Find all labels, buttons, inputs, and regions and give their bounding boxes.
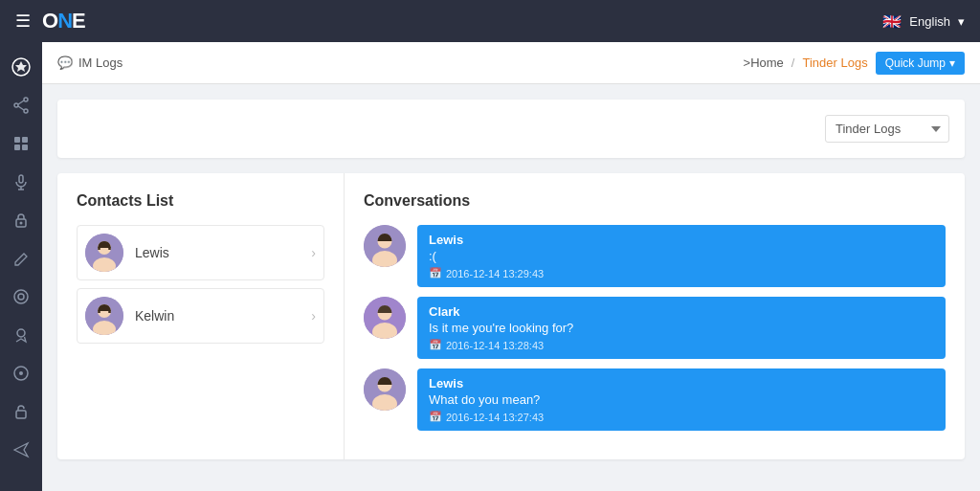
svg-point-15 xyxy=(20,222,23,225)
filter-panel: Tinder Logs Facebook Logs WhatsApp Logs xyxy=(57,100,965,158)
conversations-panel: Conversations Lewis xyxy=(345,173,965,459)
contact-name: Lewis xyxy=(135,245,311,260)
language-label: English xyxy=(909,14,950,29)
avatar xyxy=(85,234,123,272)
breadcrumb-right: >Home / Tinder Logs Quick Jump ▾ xyxy=(744,52,965,75)
quick-jump-label: Quick Jump xyxy=(885,56,946,70)
sidebar-item-unlock[interactable] xyxy=(4,394,38,429)
breadcrumb-separator: / xyxy=(791,56,795,70)
quick-jump-button[interactable]: Quick Jump ▾ xyxy=(876,52,965,75)
contact-item[interactable]: Lewis › xyxy=(77,225,324,280)
svg-line-5 xyxy=(18,100,24,104)
svg-rect-9 xyxy=(14,145,20,150)
calendar-icon: 📅 xyxy=(429,267,442,279)
avatar xyxy=(364,368,406,411)
conversation-item[interactable]: Clark Is it me you're looking for? 📅 201… xyxy=(364,297,946,359)
timestamp-text: 2016-12-14 13:27:43 xyxy=(446,412,544,423)
calendar-icon: 📅 xyxy=(429,339,442,351)
calendar-icon: 📅 xyxy=(429,411,442,423)
breadcrumb-home[interactable]: >Home xyxy=(744,56,784,70)
breadcrumb-bar: 💬 IM Logs >Home / Tinder Logs Quick Jump… xyxy=(42,42,980,84)
sidebar xyxy=(0,42,42,491)
contact-arrow-icon: › xyxy=(311,308,316,324)
conv-timestamp: 📅 2016-12-14 13:29:43 xyxy=(429,267,934,279)
language-selector[interactable]: 🇬🇧 English ▾ xyxy=(882,12,965,31)
contacts-panel: Contacts List Lewi xyxy=(57,173,345,459)
conv-message-text: Is it me you're looking for? xyxy=(429,321,934,335)
svg-point-18 xyxy=(17,329,25,337)
sidebar-item-share[interactable] xyxy=(4,88,38,123)
timestamp-text: 2016-12-14 13:29:43 xyxy=(446,268,544,279)
conv-message-text: What do you mean? xyxy=(429,392,934,407)
sidebar-item-grid[interactable] xyxy=(4,126,38,161)
log-type-select[interactable]: Tinder Logs Facebook Logs WhatsApp Logs xyxy=(825,115,949,143)
two-col-panel: Contacts List Lewi xyxy=(57,173,965,459)
page-content: Tinder Logs Facebook Logs WhatsApp Logs … xyxy=(42,84,980,491)
contact-item[interactable]: Kelwin › xyxy=(77,288,324,344)
svg-rect-11 xyxy=(19,175,23,183)
flag-icon: 🇬🇧 xyxy=(882,12,902,31)
svg-rect-25 xyxy=(98,248,100,250)
language-arrow-icon: ▾ xyxy=(958,14,965,29)
svg-line-6 xyxy=(18,106,24,110)
svg-rect-21 xyxy=(16,411,26,418)
sidebar-item-mic[interactable] xyxy=(4,165,38,199)
conv-message-text: :( xyxy=(429,249,934,263)
avatar xyxy=(364,225,406,267)
contacts-title: Contacts List xyxy=(77,192,324,210)
sidebar-item-lock[interactable] xyxy=(4,203,38,237)
svg-rect-10 xyxy=(22,145,28,150)
conv-timestamp: 📅 2016-12-14 13:28:43 xyxy=(429,339,934,351)
svg-point-3 xyxy=(24,109,28,113)
sidebar-item-soccer[interactable] xyxy=(4,50,38,84)
main-layout: 💬 IM Logs >Home / Tinder Logs Quick Jump… xyxy=(0,42,980,491)
page-icon: 💬 xyxy=(57,56,73,70)
conv-sender-name: Lewis xyxy=(429,233,934,247)
svg-point-20 xyxy=(19,371,23,375)
hamburger-icon[interactable]: ☰ xyxy=(15,11,31,32)
quick-jump-arrow-icon: ▾ xyxy=(949,56,955,70)
svg-rect-7 xyxy=(14,137,20,143)
sidebar-item-badge[interactable] xyxy=(4,318,38,352)
page-title: IM Logs xyxy=(78,56,122,70)
breadcrumb-current-page: Tinder Logs xyxy=(802,56,867,70)
conversation-bubble: Lewis What do you mean? 📅 2016-12-14 13:… xyxy=(417,368,946,431)
sidebar-item-settings[interactable] xyxy=(4,279,38,314)
top-nav: ☰ ONE 🇬🇧 English ▾ xyxy=(0,0,980,42)
avatar xyxy=(364,297,406,339)
conversation-item[interactable]: Lewis What do you mean? 📅 2016-12-14 13:… xyxy=(364,368,946,431)
avatar xyxy=(85,297,123,335)
nav-left: ☰ ONE xyxy=(15,9,85,33)
sidebar-item-send[interactable] xyxy=(4,433,38,467)
svg-marker-1 xyxy=(15,61,27,72)
conv-timestamp: 📅 2016-12-14 13:27:43 xyxy=(429,411,934,423)
conversation-item[interactable]: Lewis :( 📅 2016-12-14 13:29:43 xyxy=(364,225,946,287)
svg-rect-31 xyxy=(108,311,111,313)
svg-rect-30 xyxy=(98,311,100,313)
conv-sender-name: Clark xyxy=(429,304,934,319)
app-logo: ONE xyxy=(42,9,85,33)
svg-point-4 xyxy=(14,103,18,107)
contact-name: Kelwin xyxy=(135,308,311,324)
conv-sender-name: Lewis xyxy=(429,376,934,391)
svg-point-2 xyxy=(24,98,28,101)
breadcrumb-left: 💬 IM Logs xyxy=(57,56,122,70)
contact-arrow-icon: › xyxy=(311,245,316,260)
sidebar-item-circle[interactable] xyxy=(4,356,38,391)
conversations-title: Conversations xyxy=(364,192,946,210)
sidebar-item-edit[interactable] xyxy=(4,241,38,276)
conversation-bubble: Clark Is it me you're looking for? 📅 201… xyxy=(417,297,946,359)
content-area: 💬 IM Logs >Home / Tinder Logs Quick Jump… xyxy=(42,42,980,491)
conversation-bubble: Lewis :( 📅 2016-12-14 13:29:43 xyxy=(417,225,946,287)
svg-point-17 xyxy=(14,290,28,303)
svg-rect-8 xyxy=(22,137,28,143)
svg-rect-26 xyxy=(108,248,111,250)
svg-point-16 xyxy=(18,294,24,300)
timestamp-text: 2016-12-14 13:28:43 xyxy=(446,340,544,351)
